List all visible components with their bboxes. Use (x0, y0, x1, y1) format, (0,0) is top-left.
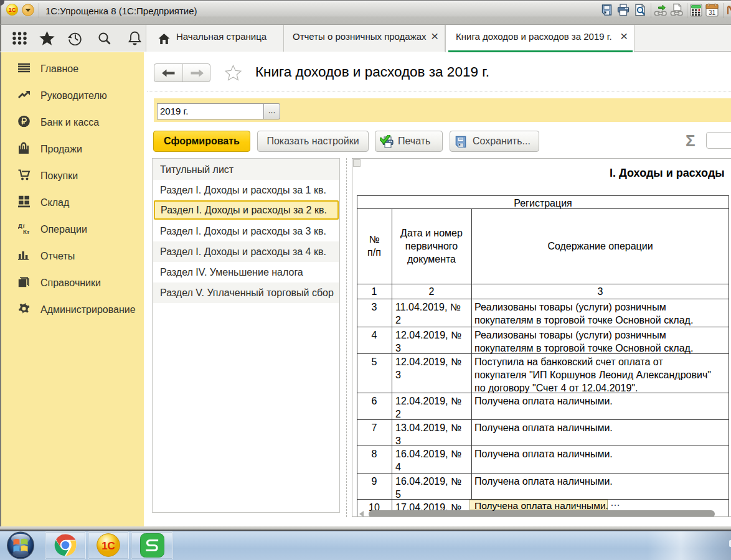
svg-text:Кт: Кт (23, 228, 30, 235)
svg-text:1С: 1С (8, 6, 16, 13)
svg-text:1С: 1С (101, 540, 115, 552)
svg-text:31: 31 (709, 9, 716, 16)
